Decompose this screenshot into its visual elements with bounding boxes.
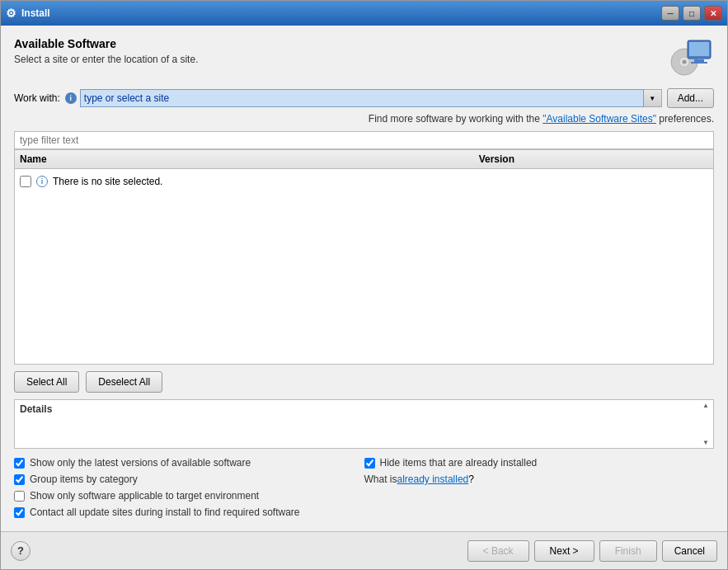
- option-row-4: Contact all update sites during install …: [14, 506, 364, 518]
- content-area: Available Software Select a site or ente…: [1, 26, 727, 531]
- next-button[interactable]: Next >: [534, 540, 594, 562]
- page-title: Available Software: [14, 37, 198, 50]
- add-button[interactable]: Add...: [667, 88, 714, 108]
- svg-point-2: [683, 60, 687, 64]
- select-all-button[interactable]: Select All: [14, 371, 79, 393]
- bottom-bar: ? < Back Next > Finish Cancel: [1, 531, 727, 569]
- option-label-3[interactable]: Show only software applicable to target …: [30, 490, 259, 502]
- selection-buttons-row: Select All Deselect All: [14, 371, 714, 393]
- details-label: Details: [20, 403, 708, 415]
- finish-button[interactable]: Finish: [599, 540, 657, 562]
- option-label-5[interactable]: Hide items that are already installed: [380, 457, 538, 469]
- what-is-label: What is: [364, 473, 397, 485]
- row-checkbox[interactable]: [20, 176, 31, 187]
- available-software-sites-link[interactable]: "Available Software Sites": [542, 113, 656, 125]
- dropdown-button[interactable]: ▼: [644, 89, 662, 107]
- option-label-1[interactable]: Show only the latest versions of availab…: [30, 457, 251, 469]
- window-title: Install: [21, 7, 661, 19]
- options-section: Show only the latest versions of availab…: [14, 457, 714, 523]
- option-row-3: Show only software applicable to target …: [14, 490, 364, 502]
- site-input[interactable]: [80, 89, 644, 107]
- option-checkbox-3[interactable]: [14, 491, 25, 502]
- work-with-label: Work with:: [14, 92, 60, 104]
- option-label-2[interactable]: Group items by category: [30, 473, 138, 485]
- option-checkbox-2[interactable]: [14, 474, 25, 485]
- minimize-button[interactable]: ─: [661, 6, 679, 21]
- cancel-button[interactable]: Cancel: [662, 540, 717, 562]
- right-options: Hide items that are already installed Wh…: [364, 457, 715, 523]
- deselect-all-button[interactable]: Deselect All: [86, 371, 162, 393]
- row-info-icon: i: [36, 176, 48, 187]
- svg-rect-5: [694, 59, 704, 62]
- window-controls: ─ □ ✕: [661, 6, 722, 21]
- bottom-buttons: < Back Next > Finish Cancel: [467, 540, 717, 562]
- maximize-button[interactable]: □: [683, 6, 701, 21]
- table-body: i There is no site selected.: [15, 169, 713, 194]
- back-button[interactable]: < Back: [467, 540, 529, 562]
- option-checkbox-5[interactable]: [364, 458, 375, 469]
- what-is-label-after: ?: [468, 473, 474, 485]
- window-icon: ⚙: [6, 7, 16, 20]
- already-installed-link[interactable]: already installed: [397, 473, 469, 485]
- install-window: ⚙ Install ─ □ ✕ Available Software Selec…: [0, 0, 728, 570]
- work-with-row: Work with: i ▼ Add...: [14, 88, 714, 108]
- find-more-row: Find more software by working with the "…: [14, 113, 714, 125]
- scroll-up-icon[interactable]: ▲: [702, 402, 709, 409]
- details-scrollbar[interactable]: ▲ ▼: [700, 402, 712, 446]
- option-checkbox-4[interactable]: [14, 507, 25, 518]
- option-checkbox-1[interactable]: [14, 458, 25, 469]
- title-bar: ⚙ Install ─ □ ✕: [1, 1, 727, 26]
- filter-input[interactable]: [14, 131, 714, 149]
- two-col-options: Show only the latest versions of availab…: [14, 457, 714, 523]
- col-name-header: Name: [20, 153, 479, 165]
- page-header: Available Software Select a site or ente…: [14, 37, 714, 78]
- details-section: Details ▲ ▼: [14, 399, 714, 449]
- row-name: There is no site selected.: [53, 176, 162, 187]
- table-header: Name Version: [15, 150, 713, 169]
- svg-rect-6: [691, 62, 707, 64]
- left-options: Show only the latest versions of availab…: [14, 457, 364, 523]
- svg-rect-4: [689, 42, 709, 56]
- col-version-header: Version: [479, 153, 708, 165]
- option-label-4[interactable]: Contact all update sites during install …: [30, 506, 300, 518]
- page-icon: [668, 37, 714, 78]
- help-button[interactable]: ?: [11, 541, 31, 561]
- option-row-2: Group items by category: [14, 473, 364, 485]
- scroll-down-icon[interactable]: ▼: [702, 439, 709, 446]
- find-more-text-after: preferences.: [659, 113, 714, 125]
- close-button[interactable]: ✕: [704, 6, 722, 21]
- option-row-5: Hide items that are already installed: [364, 457, 715, 469]
- option-row-1: Show only the latest versions of availab…: [14, 457, 364, 469]
- table-row: i There is no site selected.: [20, 174, 708, 189]
- page-subtitle: Select a site or enter the location of a…: [14, 54, 198, 65]
- software-table: Name Version i There is no site selected…: [14, 149, 714, 365]
- option-row-6: What is already installed ?: [364, 473, 715, 485]
- page-title-area: Available Software Select a site or ente…: [14, 37, 198, 65]
- info-icon[interactable]: i: [65, 92, 77, 104]
- find-more-text: Find more software by working with the: [369, 113, 542, 125]
